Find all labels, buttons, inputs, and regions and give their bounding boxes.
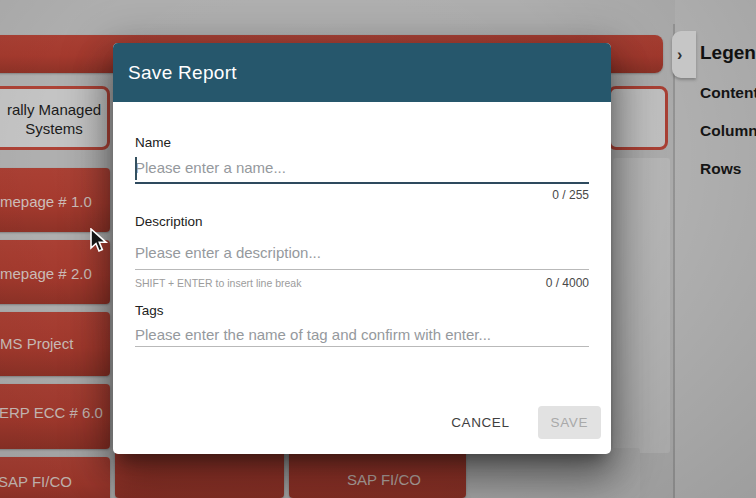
dialog-actions: CANCEL SAVE — [437, 406, 601, 439]
tile-bottom-gray — [470, 448, 640, 498]
description-hint: SHIFT + ENTER to insert line break — [135, 277, 301, 289]
name-label: Name — [135, 135, 171, 150]
description-label: Description — [135, 214, 203, 229]
tile-sap-fico-left[interactable]: SAP FI/CO — [0, 457, 110, 498]
tile-label: SAP FI/CO — [347, 471, 421, 488]
panel-item-content: Content — [700, 84, 756, 102]
mouse-cursor-icon — [90, 228, 112, 258]
tile-label: rally Managed — [0, 101, 109, 120]
tile-gray-right — [613, 158, 670, 453]
tile-label: Systems — [0, 120, 109, 139]
name-counter: 0 / 255 — [552, 188, 589, 202]
chevron-right-icon: › — [677, 47, 682, 63]
tile-ms-project[interactable]: MS Project — [0, 312, 110, 376]
tile-outlined-right[interactable] — [608, 86, 668, 150]
tags-input[interactable] — [135, 323, 589, 347]
tags-label: Tags — [135, 303, 164, 318]
name-input[interactable] — [135, 153, 589, 184]
tile-label: mepage # 2.0 — [0, 265, 92, 282]
save-report-dialog: Save Report Name 0 / 255 Description SHI… — [113, 43, 611, 454]
tile-label: ERP ECC # 6.0 — [0, 404, 103, 421]
tile-centrally-managed-systems[interactable]: rally Managed Systems — [0, 86, 110, 150]
description-counter: 0 / 4000 — [546, 276, 589, 290]
tile-bottom-blank[interactable] — [115, 448, 284, 498]
text-caret — [135, 157, 137, 180]
cancel-button[interactable]: CANCEL — [437, 406, 523, 439]
description-input[interactable] — [135, 236, 589, 270]
dialog-title: Save Report — [113, 62, 237, 84]
panel-collapse-tab[interactable]: › — [672, 31, 696, 78]
dialog-header: Save Report — [113, 43, 611, 102]
tile-label: MS Project — [0, 335, 73, 352]
tile-homepage-1-0[interactable]: mepage # 1.0 — [0, 168, 110, 232]
tile-sap-fico-bottom[interactable]: SAP FI/CO — [289, 448, 466, 498]
panel-item-rows: Rows — [700, 160, 741, 178]
tile-erp-ecc-6-0[interactable]: ERP ECC # 6.0 — [0, 384, 110, 449]
panel-item-columns: Columns — [700, 122, 756, 140]
tile-label: SAP FI/CO — [0, 473, 72, 490]
save-button[interactable]: SAVE — [538, 406, 601, 439]
panel-divider — [673, 24, 675, 498]
legend-title: Legend — [700, 42, 756, 64]
tile-label: mepage # 1.0 — [0, 193, 92, 210]
